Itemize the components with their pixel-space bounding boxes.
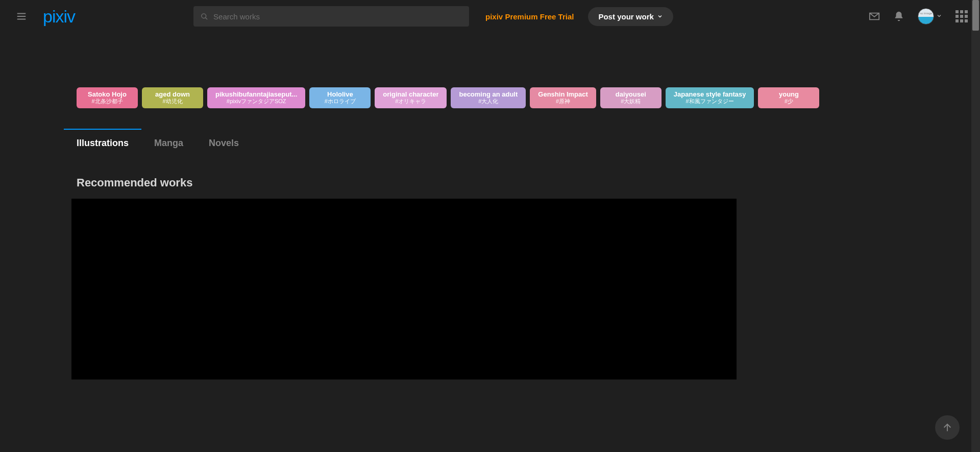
search-box[interactable] — [193, 6, 469, 27]
tag-chip[interactable]: Hololive#ホロライブ — [309, 87, 371, 108]
tag-chip[interactable]: young#少 — [758, 87, 819, 108]
avatar — [918, 8, 934, 25]
tab-illustrations[interactable]: Illustrations — [77, 130, 129, 158]
tag-chip[interactable]: Genshin Impact#原神 — [530, 87, 596, 108]
tag-chip-main: young — [779, 90, 799, 99]
tag-chip-main: pikushibufanntajiaseput... — [215, 90, 297, 99]
tab-manga[interactable]: Manga — [154, 130, 183, 158]
tag-chip[interactable]: aged down#幼児化 — [142, 87, 203, 108]
tag-chip[interactable]: pikushibufanntajiaseput...#pixivファンタジアSO… — [207, 87, 305, 108]
header-bar: pixiv pixiv Premium Free Trial Post your… — [0, 0, 980, 33]
tag-chip-main: becoming an adult — [459, 90, 518, 99]
scrollbar[interactable] — [971, 0, 980, 452]
chevron-down-icon — [936, 12, 942, 21]
tag-chip[interactable]: becoming an adult#大人化 — [451, 87, 526, 108]
tag-chip[interactable]: Satoko Hojo#北条沙都子 — [77, 87, 138, 108]
section-title: Recommended works — [0, 176, 980, 189]
tab-novels[interactable]: Novels — [209, 130, 239, 158]
tag-chip[interactable]: Japanese style fantasy#和風ファンタジー — [666, 87, 754, 108]
recommended-works-area — [71, 199, 737, 379]
mail-icon[interactable] — [869, 11, 880, 22]
tag-chip[interactable]: daiyousei#大妖精 — [600, 87, 662, 108]
header-right — [869, 8, 972, 25]
scrollbar-thumb[interactable] — [972, 0, 979, 31]
chevron-down-icon — [657, 13, 663, 19]
post-work-button[interactable]: Post your work — [588, 7, 673, 26]
content-tabs: IllustrationsMangaNovels — [0, 130, 980, 158]
tag-chip-sub: #大人化 — [478, 98, 498, 105]
scroll-to-top-button[interactable] — [935, 415, 960, 440]
banner-space — [0, 33, 980, 87]
tag-chip-main: Satoko Hojo — [88, 90, 127, 99]
post-work-label: Post your work — [598, 12, 653, 21]
tag-chip-main: Japanese style fantasy — [674, 90, 746, 99]
account-menu[interactable] — [918, 8, 942, 25]
tag-chip-main: aged down — [155, 90, 190, 99]
tag-chip-sub: #幼児化 — [162, 98, 182, 105]
tag-chip-main: Hololive — [327, 90, 353, 99]
search-input[interactable] — [213, 12, 462, 21]
tag-chip-sub: #オリキャラ — [395, 98, 426, 105]
tag-chip-sub: #北条沙都子 — [91, 98, 122, 105]
tag-chips-row: Satoko Hojo#北条沙都子aged down#幼児化pikushibuf… — [0, 87, 980, 108]
menu-icon[interactable] — [12, 7, 31, 26]
tag-chip-main: daiyousei — [616, 90, 646, 99]
tag-chip-sub: #和風ファンタジー — [686, 98, 734, 105]
apps-grid-icon[interactable] — [955, 10, 968, 22]
bell-icon[interactable] — [893, 11, 904, 22]
tag-chip-main: original character — [383, 90, 438, 99]
tag-chip-sub: #少 — [785, 98, 793, 105]
tag-chip-sub: #pixivファンタジアSOZ — [227, 98, 286, 105]
tag-chip-main: Genshin Impact — [538, 90, 588, 99]
search-icon — [201, 13, 208, 20]
tag-chip-sub: #ホロライブ — [325, 98, 356, 105]
tag-chip-sub: #原神 — [556, 98, 570, 105]
premium-link[interactable]: pixiv Premium Free Trial — [485, 12, 574, 21]
tag-chip-sub: #大妖精 — [621, 98, 641, 105]
tag-chip[interactable]: original character#オリキャラ — [375, 87, 447, 108]
pixiv-logo[interactable]: pixiv — [43, 7, 75, 27]
